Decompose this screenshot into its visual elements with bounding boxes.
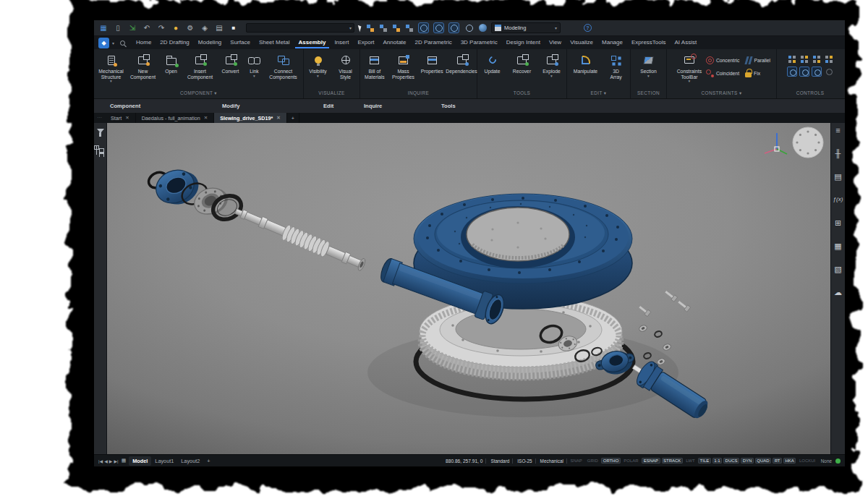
toggle-lockui[interactable]: LOCKUI	[797, 458, 817, 464]
insert-component-button[interactable]: Insert Component	[184, 51, 217, 80]
panel-menu-icon[interactable]: ≡	[835, 126, 840, 135]
chevron-down-icon[interactable]: ▾	[112, 40, 114, 46]
orbit-view-icon[interactable]	[418, 22, 429, 33]
close-icon[interactable]: ✕	[125, 115, 129, 121]
toggle-esnap[interactable]: ESNAP	[642, 458, 660, 464]
new-component-button[interactable]: New Component	[127, 51, 159, 80]
prev-layout-button[interactable]: ◀	[104, 459, 108, 464]
first-layout-button[interactable]: |◀	[98, 459, 103, 464]
print-icon[interactable]: ▤	[214, 23, 224, 33]
tab-expresstools[interactable]: ExpressTools	[628, 37, 670, 48]
mass-properties-button[interactable]: Mass Properties	[389, 51, 418, 80]
toggle-tile[interactable]: TILE	[698, 458, 711, 464]
tab-ai-assist[interactable]: AI Assist	[671, 37, 701, 48]
toggle-ducs[interactable]: DUCS	[723, 458, 739, 464]
doc-tab-daedalus[interactable]: Daedalus - full_animation ✕	[136, 113, 215, 123]
group-label-component[interactable]: COMPONENT ▾	[94, 90, 303, 98]
current-standard[interactable]: Standard	[488, 459, 513, 464]
tab-bar-grip[interactable]: ⋯	[94, 113, 105, 123]
tag-icon[interactable]: ◈	[200, 23, 210, 33]
toggle-dyn[interactable]: DYN	[741, 458, 754, 464]
shade-control-icon[interactable]	[824, 67, 834, 77]
tab-sheet-metal[interactable]: Sheet Metal	[255, 37, 294, 48]
close-icon[interactable]: ✕	[204, 115, 208, 121]
layout-tab-model[interactable]: Model	[129, 456, 151, 466]
next-layout-button[interactable]: ▶	[109, 459, 113, 464]
zoom-view-icon[interactable]	[448, 22, 459, 33]
parallel-button[interactable]: Parallel	[745, 54, 770, 66]
toggle-lwt[interactable]: LWT	[684, 458, 697, 464]
tab-insert[interactable]: Insert	[331, 37, 352, 48]
selection-grips-icon[interactable]	[405, 24, 414, 33]
orbit-control-icon[interactable]	[787, 67, 797, 77]
toggle-snap[interactable]: SNAP	[569, 458, 584, 464]
selection-modes-icon[interactable]	[824, 54, 834, 64]
redo-icon[interactable]: ↷	[156, 23, 166, 33]
toggle-ortho[interactable]: ORTHO	[601, 458, 621, 464]
tab-assembly[interactable]: Assembly	[295, 37, 330, 48]
connect-components-button[interactable]: Connect Components	[265, 51, 302, 80]
pick-cursor-icon[interactable]	[358, 24, 362, 32]
toggle-polar[interactable]: POLAR	[622, 458, 640, 464]
add-layout-button[interactable]: +	[203, 456, 213, 466]
toolbar-tools[interactable]: Tools	[441, 103, 456, 109]
explode-button[interactable]: Explode ▾	[537, 51, 566, 78]
help-button[interactable]: ?	[584, 24, 592, 32]
coincident-button[interactable]: Coincident	[706, 67, 739, 79]
undo-icon[interactable]: ↶	[142, 23, 152, 33]
group-label-visualize[interactable]: VISUALIZE	[304, 90, 359, 98]
close-icon[interactable]: ✕	[276, 115, 280, 121]
sheets-icon[interactable]: ▧	[834, 265, 841, 273]
group-label-edit[interactable]: EDIT ▾	[567, 90, 630, 98]
layers-icon[interactable]: ▤	[834, 172, 841, 181]
convert-button[interactable]: Convert	[217, 51, 244, 74]
lighting-icon[interactable]	[799, 54, 809, 64]
status-health-dot[interactable]	[835, 459, 841, 464]
toggle-strack[interactable]: STRACK	[662, 458, 683, 464]
last-layout-button[interactable]: ▶|	[114, 459, 118, 464]
update-button[interactable]: Update	[477, 51, 507, 74]
mechanical-structure-button[interactable]: Mechanical Structure ▾	[95, 51, 127, 83]
toolbar-inquire[interactable]: Inquire	[364, 103, 382, 109]
group-label-inquire[interactable]: INQUIRE	[360, 90, 477, 98]
render-sphere-icon[interactable]	[479, 24, 487, 32]
toggle-quad[interactable]: QUAD	[755, 458, 771, 464]
tab-view[interactable]: View	[545, 37, 565, 48]
group-label-tools[interactable]: TOOLS	[477, 90, 566, 98]
toggle-rt[interactable]: RT	[773, 458, 782, 464]
components-blocks-icon[interactable]: ⊞	[835, 218, 841, 227]
walk-control-icon[interactable]	[812, 67, 822, 77]
ucs-display-icon[interactable]	[787, 54, 797, 64]
current-profile[interactable]: Mechanical	[537, 459, 567, 464]
tab-annotate[interactable]: Annotate	[380, 37, 410, 48]
pan-view-icon[interactable]	[433, 22, 444, 33]
selection-cycle-icon[interactable]	[392, 24, 401, 33]
search-icon[interactable]	[120, 40, 125, 46]
section-button[interactable]: Section ▾	[632, 51, 665, 78]
viewport[interactable]	[107, 123, 830, 454]
tab-modeling[interactable]: Modeling	[195, 37, 225, 48]
mechanical-browser-icon[interactable]	[96, 146, 105, 155]
doc-tab-start[interactable]: Start ✕	[105, 113, 136, 123]
visibility-button[interactable]: Visibility ▾	[305, 51, 332, 78]
model-canvas[interactable]	[107, 123, 830, 454]
link-button[interactable]: Link ▾	[244, 51, 265, 78]
dynamic-ucs-icon[interactable]	[812, 54, 822, 64]
dependencies-button[interactable]: Dependencies	[446, 51, 477, 74]
app-logo[interactable]: ◆	[98, 38, 109, 48]
group-label-section[interactable]: SECTION	[631, 90, 666, 98]
filter-funnel-icon[interactable]	[97, 129, 104, 133]
properties-button[interactable]: Properties	[417, 51, 446, 74]
tab-2d-drafting[interactable]: 2D Drafting	[156, 37, 192, 48]
tab-2d-parametric[interactable]: 2D Parametric	[412, 37, 456, 48]
selection-mode-icon[interactable]	[366, 24, 375, 33]
toolbar-edit[interactable]: Edit	[323, 103, 333, 109]
tab-home[interactable]: Home	[132, 37, 155, 48]
recover-button[interactable]: Recover	[507, 51, 537, 74]
3d-array-button[interactable]: 3D Array	[603, 51, 629, 80]
toggle-grid[interactable]: GRID	[585, 458, 600, 464]
command-combo[interactable]: ▾	[246, 23, 354, 33]
tab-export[interactable]: Export	[354, 37, 378, 48]
export-icon[interactable]: ⇲	[127, 23, 137, 33]
tab-manage[interactable]: Manage	[598, 37, 626, 48]
